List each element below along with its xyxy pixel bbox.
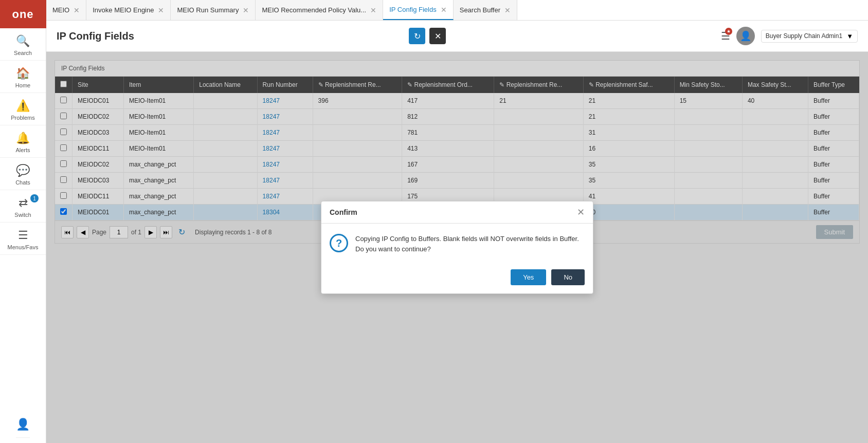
sidebar-bottom: 👤 xyxy=(16,412,30,443)
modal-message: Copying IP Config to Buffers. Blank fiel… xyxy=(355,234,585,254)
tab-policy[interactable]: MEIO Recommended Policy Valu... ✕ xyxy=(256,0,383,20)
chevron-down-icon: ▼ xyxy=(846,32,853,40)
tab-run-summary[interactable]: MEIO Run Summary ✕ xyxy=(171,0,256,20)
modal-yes-button[interactable]: Yes xyxy=(511,269,546,285)
tab-close-policy[interactable]: ✕ xyxy=(370,6,376,14)
modal-no-button[interactable]: No xyxy=(551,269,585,285)
switch-badge: 1 xyxy=(30,194,39,202)
sidebar-item-menus[interactable]: ☰ Menus/Favs xyxy=(0,223,46,255)
confirm-modal: Confirm ✕ ? Copying IP Config to Buffers… xyxy=(321,201,593,294)
tab-close-ip-config[interactable]: ✕ xyxy=(441,6,447,14)
user-dropdown[interactable]: Buyer Supply Chain Admin1 ▼ xyxy=(761,30,858,43)
main-content: MEIO ✕ Invoke MEIO Engine ✕ MEIO Run Sum… xyxy=(46,0,868,443)
modal-body: ? Copying IP Config to Buffers. Blank fi… xyxy=(321,224,593,264)
switch-icon: ⇄ xyxy=(19,196,28,210)
app-logo: one xyxy=(0,0,46,28)
tab-label: IP Config Fields xyxy=(389,6,437,13)
tab-label: MEIO xyxy=(52,6,69,14)
page-header: IP Config Fields ↻ ✕ ☰ ★ 👤 Buyer Supply … xyxy=(46,21,868,52)
close-button[interactable]: ✕ xyxy=(429,28,446,44)
sidebar-item-label: Search xyxy=(14,50,32,56)
home-icon: 🏠 xyxy=(16,67,30,80)
modal-overlay: Confirm ✕ ? Copying IP Config to Buffers… xyxy=(46,52,868,443)
sidebar-item-alerts[interactable]: 🔔 Alerts xyxy=(0,125,46,158)
modal-footer: Yes No xyxy=(321,264,593,293)
sidebar-item-label: Home xyxy=(15,82,30,88)
sidebar: one 🔍 Search 🏠 Home ⚠️ Problems 🔔 Alerts… xyxy=(0,0,46,443)
avatar: 👤 xyxy=(736,27,755,45)
menu-icon: ☰ xyxy=(18,229,28,242)
search-icon: 🔍 xyxy=(16,34,30,48)
sidebar-item-home[interactable]: 🏠 Home xyxy=(0,61,46,93)
tab-meio[interactable]: MEIO ✕ xyxy=(46,0,86,20)
tab-label: MEIO Recommended Policy Valu... xyxy=(262,6,366,14)
tab-search-buffer[interactable]: Search Buffer ✕ xyxy=(454,0,517,20)
sidebar-item-switch[interactable]: ⇄ 1 Switch xyxy=(0,190,46,223)
sidebar-item-label: Switch xyxy=(14,212,31,218)
tab-label: Invoke MEIO Engine xyxy=(93,6,154,14)
sidebar-item-problems[interactable]: ⚠️ Problems xyxy=(0,93,46,125)
user-name: Buyer Supply Chain Admin1 xyxy=(766,32,842,40)
tab-label: MEIO Run Summary xyxy=(177,6,239,14)
sidebar-item-label: Chats xyxy=(15,179,30,186)
sidebar-item-label: Menus/Favs xyxy=(8,244,39,250)
tab-close-search-buffer[interactable]: ✕ xyxy=(504,6,511,14)
tab-close-meio[interactable]: ✕ xyxy=(74,6,80,14)
modal-close-button[interactable]: ✕ xyxy=(577,207,585,218)
header-actions: ↻ ✕ xyxy=(409,28,446,44)
chat-icon: 💬 xyxy=(16,164,30,177)
tab-close-invoke[interactable]: ✕ xyxy=(158,6,164,14)
modal-info-icon: ? xyxy=(330,234,348,252)
modal-header: Confirm ✕ xyxy=(321,201,593,224)
tab-ip-config[interactable]: IP Config Fields ✕ xyxy=(383,0,454,20)
tab-bar: MEIO ✕ Invoke MEIO Engine ✕ MEIO Run Sum… xyxy=(46,0,868,21)
notification-icon[interactable]: ☰ ★ xyxy=(721,30,730,42)
tab-close-run-summary[interactable]: ✕ xyxy=(243,6,249,14)
refresh-button[interactable]: ↻ xyxy=(409,28,425,44)
sidebar-item-chats[interactable]: 💬 Chats xyxy=(0,158,46,190)
sidebar-item-label: Problems xyxy=(11,115,34,121)
sidebar-item-profile[interactable]: 👤 xyxy=(16,412,30,438)
notification-badge: ★ xyxy=(725,28,732,35)
modal-title: Confirm xyxy=(330,208,357,216)
warning-icon: ⚠️ xyxy=(16,99,30,113)
bell-icon: 🔔 xyxy=(16,132,30,145)
content-area: IP Config Fields Site Item Location Name… xyxy=(46,52,868,443)
sidebar-item-label: Alerts xyxy=(15,147,30,153)
tab-invoke[interactable]: Invoke MEIO Engine ✕ xyxy=(86,0,171,20)
profile-icon: 👤 xyxy=(16,418,30,431)
header-right: ☰ ★ 👤 Buyer Supply Chain Admin1 ▼ xyxy=(721,27,858,45)
sidebar-item-search[interactable]: 🔍 Search xyxy=(0,28,46,61)
tab-label: Search Buffer xyxy=(460,6,500,14)
page-title: IP Config Fields xyxy=(57,30,134,42)
